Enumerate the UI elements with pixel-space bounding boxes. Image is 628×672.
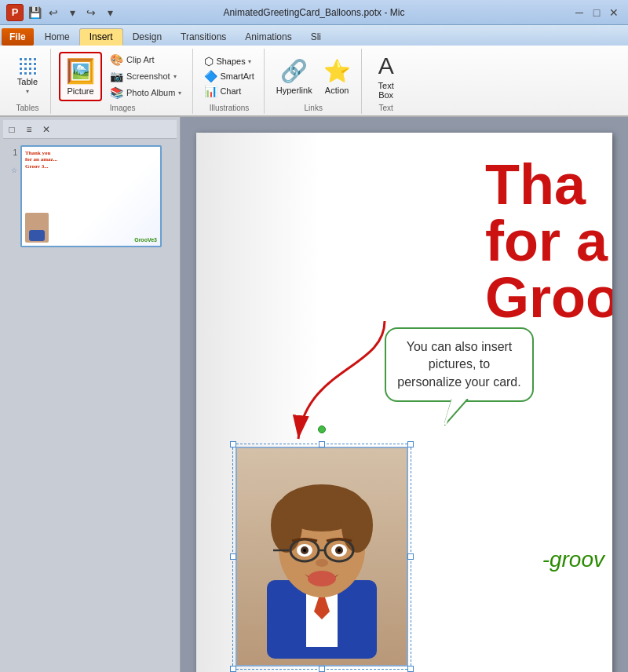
illustrations-group-label: Illustrations [210, 104, 250, 114]
photo-album-button[interactable]: 📚 Photo Album ▾ [105, 85, 186, 100]
tab-home[interactable]: Home [35, 28, 79, 46]
svg-point-9 [271, 498, 302, 553]
text-content: A TextBox [370, 50, 403, 102]
clip-art-label: Clip Art [126, 55, 154, 64]
screenshot-dropdown-arrow: ▾ [173, 73, 177, 80]
ribbon-tabs: File Home Insert Design Transitions Anim… [0, 25, 628, 46]
tables-group-label: Tables [16, 104, 39, 114]
shapes-dropdown-arrow: ▾ [248, 58, 251, 65]
links-content: 🔗 Hyperlink ⭐ Action [272, 50, 355, 102]
screenshot-button[interactable]: 📷 Screenshot ▾ [105, 68, 186, 84]
screenshot-label: Screenshot [126, 71, 170, 81]
table-label: Table [17, 77, 38, 86]
red-title-text: Thafor aGroo [485, 156, 612, 326]
illustrations-content: ⬡ Shapes ▾ 🔷 SmartArt 📊 Chart [201, 50, 257, 102]
svg-point-0 [30, 216, 44, 232]
tab-slide-show[interactable]: Sli [301, 28, 330, 46]
save-button[interactable]: 💾 [27, 5, 42, 20]
chart-button[interactable]: 📊 Chart [201, 84, 257, 98]
close-button[interactable]: ✕ [606, 5, 622, 20]
action-label: Action [325, 86, 349, 95]
canvas-area[interactable]: Thafor aGroo -groov You can also insert … [181, 117, 628, 672]
textbox-button[interactable]: A TextBox [370, 50, 403, 102]
callout-tail-svg [444, 399, 476, 425]
slide-thumbnails: 1 ☆ Thank youfor an amaz...Groov 3... Gr… [3, 142, 177, 250]
tab-file[interactable]: File [2, 28, 34, 46]
panel-toolbar: □ ≡ ✕ [3, 120, 177, 139]
svg-rect-1 [29, 230, 45, 241]
textbox-icon: A [378, 53, 394, 79]
ribbon-content: Table ▾ Tables 🖼️ Picture 🎨 [0, 46, 628, 115]
tab-transitions[interactable]: Transitions [171, 28, 236, 46]
ribbon: File Home Insert Design Transitions Anim… [0, 25, 628, 117]
tab-design[interactable]: Design [123, 28, 171, 46]
links-group-label: Links [305, 104, 323, 114]
person-image [236, 447, 408, 667]
slide-num-label: 1 [5, 148, 17, 157]
minimize-button[interactable]: ─ [571, 5, 587, 20]
tab-animations[interactable]: Animations [236, 28, 301, 46]
smartart-button[interactable]: 🔷 SmartArt [201, 69, 257, 83]
title-bar-icons: P 💾 ↩ ▾ ↪ ▾ [6, 4, 118, 21]
smartart-icon: 🔷 [204, 70, 217, 82]
svg-point-10 [341, 498, 373, 553]
chart-icon: 📊 [204, 85, 217, 97]
action-icon: ⭐ [323, 58, 351, 84]
person-svg [243, 455, 400, 659]
slide-canvas: Thafor aGroo -groov You can also insert … [196, 133, 612, 672]
clip-art-button[interactable]: 🎨 Clip Art [105, 52, 186, 68]
thumb-person-img [25, 213, 49, 243]
main-area: □ ≡ ✕ 1 ☆ Thank youfor an amaz...Groov 3… [0, 117, 628, 672]
undo-dropdown[interactable]: ▾ [64, 5, 80, 20]
thumb-title: Thank youfor an amaz...Groov 3... [25, 150, 157, 170]
table-icon [19, 57, 37, 75]
tab-insert[interactable]: Insert [79, 28, 123, 46]
customize-qat[interactable]: ▾ [102, 5, 118, 20]
green-signature-text: -groov [542, 547, 604, 572]
slide-icon: ☆ [5, 166, 17, 174]
action-button[interactable]: ⭐ Action [319, 56, 355, 97]
chart-label: Chart [220, 86, 241, 96]
redo-button[interactable]: ↪ [83, 5, 99, 20]
text-group-label: Text [378, 104, 392, 114]
slide-thumb-content: Thank youfor an amaz...Groov 3... GrooVe… [22, 147, 160, 246]
group-links: 🔗 Hyperlink ⭐ Action Links [266, 49, 362, 114]
group-images: 🖼️ Picture 🎨 Clip Art 📷 Screenshot ▾ [53, 49, 193, 114]
maximize-button[interactable]: □ [589, 5, 604, 20]
slides-panel: □ ≡ ✕ 1 ☆ Thank youfor an amaz...Groov 3… [0, 117, 181, 672]
window-title: AnimatedGreetingCard_Balloons.potx - Mic [224, 7, 405, 18]
star-icon: ⭐ [323, 59, 351, 83]
photo-album-dropdown-arrow: ▾ [178, 89, 181, 97]
photo-album-label: Photo Album [126, 88, 175, 97]
group-text: A TextBox Text [363, 49, 409, 114]
tables-content: Table ▾ [11, 50, 44, 102]
picture-icon: 🖼️ [66, 57, 95, 85]
undo-button[interactable]: ↩ [46, 5, 61, 20]
illustrations-buttons: ⬡ Shapes ▾ 🔷 SmartArt 📊 Chart [201, 54, 257, 98]
screenshot-icon: 📷 [110, 70, 123, 82]
smartart-label: SmartArt [220, 71, 254, 81]
photo-album-icon: 📚 [110, 86, 123, 99]
hyperlink-button[interactable]: 🔗 Hyperlink [272, 56, 316, 97]
svg-point-20 [338, 549, 341, 552]
svg-point-21 [316, 559, 328, 567]
title-bar: P 💾 ↩ ▾ ↪ ▾ AnimatedGreetingCard_Balloon… [0, 0, 628, 25]
picture-label: Picture [67, 86, 93, 96]
panel-pin-button[interactable]: ✕ [39, 122, 53, 137]
svg-point-17 [303, 549, 306, 552]
shapes-icon: ⬡ [204, 55, 214, 68]
picture-button[interactable]: 🖼️ Picture [62, 55, 99, 98]
callout-text: You can also insert pictures, to persona… [397, 340, 520, 389]
panel-menu-button[interactable]: ≡ [22, 122, 36, 137]
svg-point-22 [308, 571, 336, 586]
face-container [237, 448, 407, 665]
slide-thumbnail-1[interactable]: Thank youfor an amaz...Groov 3... GrooVe… [20, 145, 162, 247]
clip-art-icon: 🎨 [110, 53, 123, 66]
group-tables: Table ▾ Tables [5, 49, 51, 114]
panel-close-button[interactable]: □ [5, 122, 19, 137]
hyperlink-icon: 🔗 [280, 58, 308, 84]
table-button[interactable]: Table ▾ [11, 55, 44, 97]
thumb-logo: GrooVe3 [134, 237, 157, 243]
shapes-button[interactable]: ⬡ Shapes ▾ [201, 54, 257, 68]
images-content: 🖼️ Picture 🎨 Clip Art 📷 Screenshot ▾ [59, 50, 186, 102]
